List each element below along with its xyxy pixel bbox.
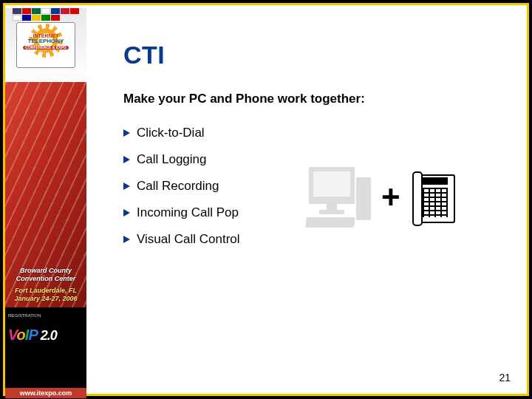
slide-frame: INTERNET TELEPHONY CONFERENCE & EXPO Bro… bbox=[3, 3, 529, 396]
sidebar-bottom: REGISTRATION VoIP 2.0 www.itexpo.com bbox=[5, 307, 86, 399]
voip-logo: VoIP 2.0 bbox=[8, 327, 57, 344]
url-label: www.itexpo.com bbox=[5, 388, 86, 398]
event-info: Broward County Convention Center Fort La… bbox=[5, 267, 86, 303]
slide-title: CTI bbox=[123, 41, 512, 69]
dates-label: January 24-27, 2006 bbox=[5, 295, 86, 303]
registration-label: REGISTRATION bbox=[8, 313, 41, 318]
feature-item: Click-to-Dial bbox=[123, 123, 512, 149]
logo-line-telephony: TELEPHONY bbox=[17, 38, 75, 44]
slide-subtitle: Make your PC and Phone work together: bbox=[123, 92, 512, 106]
sidebar: INTERNET TELEPHONY CONFERENCE & EXPO Bro… bbox=[5, 5, 86, 394]
page-number: 21 bbox=[499, 372, 511, 383]
sidebar-middle: Broward County Convention Center Fort La… bbox=[5, 82, 86, 307]
flag-strip bbox=[13, 8, 79, 21]
event-logo: INTERNET TELEPHONY CONFERENCE & EXPO bbox=[16, 22, 75, 68]
pc-plus-phone-graphic: + bbox=[304, 153, 497, 242]
computer-icon bbox=[304, 164, 371, 231]
location-label: Fort Lauderdale, FL bbox=[5, 287, 86, 295]
sidebar-logo-area: INTERNET TELEPHONY CONFERENCE & EXPO bbox=[5, 8, 86, 82]
plus-icon: + bbox=[381, 179, 400, 216]
venue-label: Broward County Convention Center bbox=[5, 267, 86, 284]
logo-pill: CONFERENCE & EXPO bbox=[23, 46, 68, 50]
phone-icon bbox=[411, 170, 455, 225]
